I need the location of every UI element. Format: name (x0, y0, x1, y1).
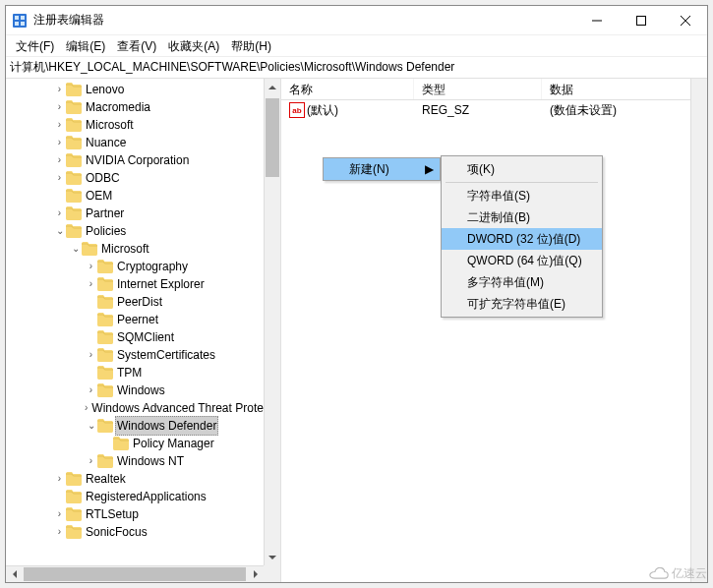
expand-icon[interactable]: › (53, 116, 66, 134)
scroll-up-icon[interactable] (265, 79, 280, 95)
minimize-button[interactable] (574, 6, 619, 35)
expand-icon[interactable]: › (53, 505, 66, 523)
folder-icon (66, 100, 82, 114)
tree-item[interactable]: ›Nuance (6, 134, 264, 151)
menu-new[interactable]: 新建(N) ▶ (324, 158, 440, 180)
tree-item-label: Partner (84, 205, 126, 222)
expand-icon[interactable]: › (53, 205, 66, 222)
menu-fav[interactable]: 收藏夹(A) (162, 35, 225, 57)
expand-icon[interactable]: › (85, 346, 97, 364)
folder-icon (97, 454, 113, 468)
tree-item-label: ODBC (84, 169, 122, 187)
watermark: 亿速云 (649, 565, 707, 582)
menu-help[interactable]: 帮助(H) (225, 35, 277, 57)
expand-icon[interactable]: › (53, 523, 66, 541)
tree-item[interactable]: ›SonicFocus (6, 523, 264, 541)
expand-icon[interactable]: › (85, 399, 88, 417)
expand-icon[interactable]: › (85, 452, 97, 470)
folder-icon (97, 383, 113, 397)
menu-new-key[interactable]: 项(K) (442, 158, 602, 180)
menu-new-multi[interactable]: 多字符串值(M) (442, 271, 602, 293)
expand-icon[interactable]: › (85, 275, 97, 293)
expand-icon[interactable]: › (53, 98, 66, 116)
list-vscroll[interactable] (690, 79, 707, 582)
tree-scroll[interactable]: ›Lenovo›Macromedia›Microsoft›Nuance›NVID… (6, 79, 264, 565)
collapse-icon[interactable]: ⌄ (85, 417, 97, 435)
tree-item[interactable]: ›PeerDist (6, 293, 264, 311)
collapse-icon[interactable]: ⌄ (69, 240, 82, 258)
list-pane: 名称 类型 数据 ab (默认) REG_SZ (数值未设置) (281, 79, 707, 582)
tree-item[interactable]: ›Microsoft (6, 116, 264, 134)
menu-new-string[interactable]: 字符串值(S) (442, 185, 602, 206)
menu-view[interactable]: 查看(V) (111, 35, 162, 57)
tree-item-label: Microsoft (99, 240, 151, 258)
tree-item-label: Windows Defender (115, 416, 218, 436)
col-name[interactable]: 名称 (281, 79, 414, 99)
expand-icon[interactable]: › (85, 382, 97, 399)
tree-item[interactable]: ›Realtek (6, 470, 264, 488)
col-data[interactable]: 数据 (542, 79, 707, 99)
expand-icon[interactable]: › (53, 470, 66, 488)
scroll-right-icon[interactable] (247, 566, 264, 582)
tree-item-label: RTLSetup (84, 505, 141, 523)
tree-item[interactable]: ⌄Windows Defender (6, 417, 264, 435)
folder-icon (97, 277, 113, 291)
tree-item[interactable]: ›Policy Manager (6, 435, 264, 452)
tree-item[interactable]: ›NVIDIA Corporation (6, 151, 264, 169)
value-type: REG_SZ (414, 103, 542, 117)
tree-item[interactable]: ›Windows Advanced Threat Protection (6, 399, 264, 417)
expand-icon[interactable]: › (53, 151, 66, 169)
scroll-left-icon[interactable] (6, 566, 23, 582)
tree-hscroll[interactable] (6, 565, 264, 582)
menu-new-dword[interactable]: DWORD (32 位)值(D) (442, 228, 602, 250)
tree-item[interactable]: ›Lenovo (6, 81, 264, 98)
expand-icon[interactable]: › (53, 169, 66, 187)
registry-tree: ›Lenovo›Macromedia›Microsoft›Nuance›NVID… (6, 79, 264, 543)
tree-item[interactable]: ›Partner (6, 205, 264, 222)
tree-item[interactable]: ›Macromedia (6, 98, 264, 116)
maximize-button[interactable] (619, 6, 663, 35)
tree-item[interactable]: ›ODBC (6, 169, 264, 187)
tree-item[interactable]: ›TPM (6, 364, 264, 382)
folder-icon (66, 490, 82, 503)
address-bar[interactable]: 计算机\HKEY_LOCAL_MACHINE\SOFTWARE\Policies… (6, 57, 707, 79)
tree-vscroll[interactable] (264, 79, 280, 565)
tree-item[interactable]: ›SQMClient (6, 328, 264, 346)
tree-item[interactable]: ›SystemCertificates (6, 346, 264, 364)
folder-icon (82, 242, 97, 256)
expand-icon[interactable]: › (53, 134, 66, 151)
tree-item[interactable]: ›Peernet (6, 311, 264, 328)
col-type[interactable]: 类型 (414, 79, 542, 99)
tree-item[interactable]: ⌄Policies (6, 222, 264, 240)
folder-icon (97, 348, 113, 362)
watermark-text: 亿速云 (672, 565, 707, 582)
tree-item[interactable]: ⌄Microsoft (6, 240, 264, 258)
menu-file[interactable]: 文件(F) (10, 35, 60, 57)
menu-new-expand[interactable]: 可扩充字符串值(E) (442, 293, 602, 315)
scroll-corner (264, 565, 280, 582)
scroll-down-icon[interactable] (265, 549, 280, 565)
menu-edit[interactable]: 编辑(E) (60, 35, 111, 57)
tree-item[interactable]: ›Windows NT (6, 452, 264, 470)
expand-icon[interactable]: › (53, 81, 66, 98)
tree-item[interactable]: ›RTLSetup (6, 505, 264, 523)
tree-item-label: Windows Advanced Threat Protection (89, 399, 264, 417)
tree-item[interactable]: ›Cryptography (6, 258, 264, 275)
tree-item[interactable]: ›Windows (6, 382, 264, 399)
context-menu: 新建(N) ▶ (323, 157, 441, 181)
hscroll-thumb[interactable] (24, 567, 246, 581)
menu-new-binary[interactable]: 二进制值(B) (442, 206, 602, 228)
tree-item[interactable]: ›OEM (6, 187, 264, 205)
collapse-icon[interactable]: ⌄ (53, 222, 66, 240)
close-button[interactable] (663, 6, 707, 35)
folder-icon (97, 260, 113, 273)
list-row[interactable]: ab (默认) REG_SZ (数值未设置) (281, 100, 707, 120)
expand-icon[interactable]: › (85, 258, 97, 275)
vscroll-thumb[interactable] (266, 98, 279, 177)
regedit-icon (12, 13, 28, 29)
menu-new-qword[interactable]: QWORD (64 位)值(Q) (442, 250, 602, 271)
tree-item[interactable]: ›RegisteredApplications (6, 488, 264, 505)
tree-item[interactable]: ›Internet Explorer (6, 275, 264, 293)
tree-item-label: PeerDist (115, 293, 164, 311)
menu-new-label: 新建(N) (349, 161, 389, 178)
